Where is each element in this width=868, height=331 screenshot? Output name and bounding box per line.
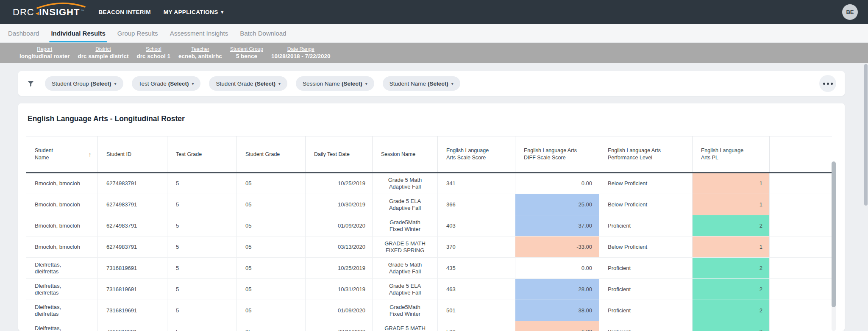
filter-student-name-dropdown[interactable]: Student Name (Select) ▾	[383, 76, 460, 91]
cell-student_grade: 05	[237, 279, 306, 300]
context-report: Report longitudinal roster	[19, 46, 71, 59]
cell-text: 0.00	[581, 265, 592, 271]
report-title: English Language Arts - Longitudinal Ros…	[28, 114, 845, 123]
column-header-student-id[interactable]: Student ID	[98, 136, 167, 173]
cell-session: Grade 5 ELA Adaptive Fall	[373, 279, 438, 300]
tab-individual-results[interactable]: Individual Results	[45, 24, 111, 42]
cell-text: 500	[446, 328, 456, 331]
logo-text-drc: DRC	[13, 7, 34, 18]
cell-student_grade: 05	[237, 258, 306, 279]
my-applications-menu[interactable]: MY APPLICATIONS ▾	[164, 9, 224, 15]
cell-text: 7316819691	[106, 265, 137, 271]
column-header-student-grade[interactable]: Student Grade	[237, 136, 306, 173]
context-report-label[interactable]: Report	[19, 46, 70, 52]
cell-diff_score: -1.00	[515, 321, 599, 331]
cell-student_grade: 05	[237, 194, 306, 215]
filter-toolbar: Student Group (Select) ▾ Test Grade (Sel…	[18, 71, 845, 96]
user-avatar[interactable]: BE	[842, 4, 858, 20]
context-date-range-label[interactable]: Date Range	[271, 46, 331, 52]
trademark-mark: ™	[81, 9, 84, 13]
column-header-ela-performance-level[interactable]: English Language Arts Performance Level	[599, 136, 693, 173]
column-header-ela-pl[interactable]: English Language Arts PL	[693, 136, 770, 173]
table-scrollbar-thumb[interactable]	[832, 161, 836, 307]
cell-perf_level: Proficient	[599, 215, 693, 236]
tab-assessment-insights[interactable]: Assessment Insights	[164, 24, 234, 42]
cell-test_grade: 5	[167, 236, 237, 258]
context-student-group-label[interactable]: Student Group	[230, 46, 263, 52]
cell-text: Proficient	[608, 307, 631, 314]
cell-text: 5	[176, 286, 179, 292]
table-scrollbar-track[interactable]	[832, 161, 836, 331]
context-student-group: Student Group 5 bence	[229, 46, 264, 59]
filter-value: (Select)	[91, 81, 111, 87]
cell-text: 2	[760, 328, 762, 331]
top-navbar: DRC ◂ INSIGHT ™ BEACON INTERIM MY APPLIC…	[0, 0, 868, 24]
column-label: Student Name	[35, 147, 53, 161]
cell-text: 5	[176, 265, 179, 271]
filter-student-grade-dropdown[interactable]: Student Grade (Select) ▾	[209, 76, 287, 91]
tab-dashboard[interactable]: Dashboard	[2, 24, 45, 42]
context-school-value: drc school 1	[137, 53, 171, 59]
cell-session: Grade 5 ELA Adaptive Fall	[373, 194, 438, 215]
cell-diff_score: 28.00	[515, 279, 599, 300]
cell-session: Grade5Math Fixed Winter	[373, 300, 438, 321]
cell-spacer	[770, 279, 832, 300]
cell-session: Grade 5 Math Adaptive Fall	[373, 173, 438, 194]
cell-scale_score: 370	[438, 236, 515, 258]
cell-text: Dleifrettas, dleifrettas	[35, 283, 61, 296]
context-date-range-value: 10/28/2018 - 7/22/2020	[271, 53, 331, 59]
cell-text: Grade 5 Math Adaptive Fall	[388, 261, 422, 275]
cell-student_name: Bmocloh, bmocloh	[26, 215, 98, 236]
column-header-test-grade[interactable]: Test Grade	[167, 136, 237, 173]
context-teacher-value: ecneb, anitsirhc	[178, 53, 222, 59]
context-district-label[interactable]: District	[78, 46, 129, 52]
drc-insight-logo[interactable]: DRC ◂ INSIGHT ™	[13, 7, 84, 18]
table-row: Bmocloh, bmocloh627498379150503/13/2020G…	[26, 236, 832, 258]
cell-text: 6274983791	[106, 180, 137, 186]
cell-student_id: 7316819691	[98, 321, 167, 331]
cell-text: Proficient	[608, 265, 631, 271]
cell-text: Grade 5 ELA Adaptive Fall	[389, 198, 421, 211]
cell-test_date: 01/09/2020	[306, 215, 373, 236]
column-header-daily-test-date[interactable]: Daily Test Date	[306, 136, 373, 173]
cell-student_grade: 05	[237, 215, 306, 236]
sort-ascending-icon: ↑	[89, 151, 92, 158]
table-body: Bmocloh, bmocloh627498379150510/25/2019G…	[26, 173, 832, 331]
chevron-down-icon: ▾	[192, 81, 194, 86]
tab-batch-download[interactable]: Batch Download	[234, 24, 292, 42]
cell-text: 6274983791	[106, 244, 137, 250]
cell-perf_level: Proficient	[599, 279, 693, 300]
filter-test-grade-dropdown[interactable]: Test Grade (Select) ▾	[132, 76, 201, 91]
filter-label: Session Name	[303, 81, 340, 87]
cell-test_date: 03/11/2020	[306, 321, 373, 331]
column-header-ela-scale-score[interactable]: English Language Arts Scale Score	[438, 136, 515, 173]
cell-text: 1	[760, 244, 762, 250]
cell-text: 5	[176, 180, 179, 186]
page-scrollbar-thumb[interactable]	[864, 64, 868, 206]
cell-perf_level: Below Proficient	[599, 173, 693, 194]
cell-student_name: Dleifrettas, dleifrettas	[26, 279, 98, 300]
cell-text: 03/13/2020	[338, 244, 365, 250]
filter-session-name-dropdown[interactable]: Session Name (Select) ▾	[296, 76, 374, 91]
cell-pl: 1	[693, 194, 770, 215]
cell-text: Dleifrettas, dleifrettas	[35, 304, 61, 317]
cell-text: 05	[245, 223, 251, 229]
cell-text: 6274983791	[106, 223, 137, 229]
cell-session: GRADE 5 MATH FIXED SPRING	[373, 236, 438, 258]
tab-group-results[interactable]: Group Results	[111, 24, 164, 42]
context-school-label[interactable]: School	[137, 46, 171, 52]
cell-text: 03/11/2020	[338, 328, 365, 331]
filter-student-group-dropdown[interactable]: Student Group (Select) ▾	[45, 76, 123, 91]
cell-text: 10/25/2019	[338, 265, 365, 271]
context-report-value: longitudinal roster	[19, 53, 70, 59]
cell-text: 341	[446, 180, 456, 186]
more-options-button[interactable]	[819, 75, 836, 92]
column-header-student-name[interactable]: Student Name ↑	[26, 136, 98, 173]
column-header-ela-diff-scale-score[interactable]: English Language Arts DIFF Scale Score	[515, 136, 599, 173]
context-teacher-label[interactable]: Teacher	[178, 46, 222, 52]
cell-student_id: 7316819691	[98, 258, 167, 279]
column-header-session-name[interactable]: Session Name	[373, 136, 438, 173]
cell-text: -33.00	[576, 244, 592, 250]
cell-spacer	[770, 321, 832, 331]
cell-test_grade: 5	[167, 279, 237, 300]
